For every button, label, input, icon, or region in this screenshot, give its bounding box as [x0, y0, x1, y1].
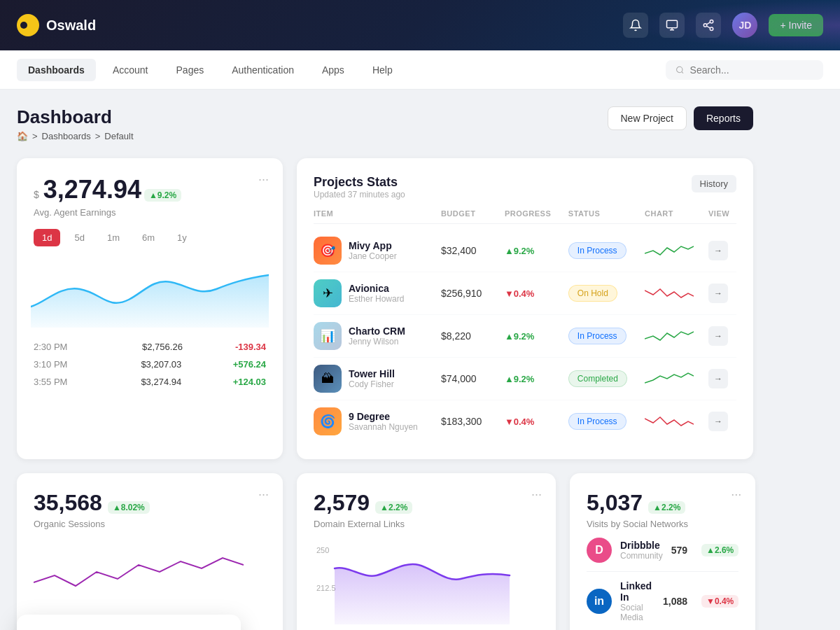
settings-icon-btn[interactable] [659, 13, 685, 38]
notification-icon-btn[interactable] [623, 13, 648, 38]
data-row-2: 3:10 PM $3,207.03 +576.24 [34, 359, 266, 370]
charto-item-cell: 📊 Charto CRM Jenny Wilson [314, 322, 441, 350]
user-avatar[interactable]: JD [732, 13, 757, 38]
domain-change: ▲2.2% [375, 501, 412, 514]
earnings-chart [31, 258, 269, 330]
bootstrap-overlay: B Bootstrap 5 [17, 615, 241, 630]
second-navigation: Dashboards Account Pages Authentication … [0, 50, 840, 90]
mivy-item-cell: 🎯 Mivy App Jane Cooper [314, 237, 441, 265]
earnings-data-rows: 2:30 PM $2,756.26 -139.34 3:10 PM $3,207… [34, 342, 266, 387]
second-row-wrapper: ··· 35,568 ▲8.02% Organic Sessions Canad… [17, 473, 753, 630]
first-row: ··· $ 3,274.94 ▲9.2% Avg. Agent Earnings… [17, 158, 753, 459]
dribbble-icon: D [587, 538, 612, 563]
organic-amount-row: 35,568 ▲8.02% [34, 490, 266, 516]
avionica-status-badge: On Hold [568, 285, 617, 302]
tower-chart [645, 369, 708, 388]
dribbble-count: 579 [671, 545, 687, 556]
charto-view-btn[interactable]: → [708, 326, 728, 346]
filter-1m[interactable]: 1m [99, 229, 128, 246]
project-row-mivy: 🎯 Mivy App Jane Cooper $32,400 ▲9.2% In … [314, 230, 736, 272]
earnings-card: ··· $ 3,274.94 ▲9.2% Avg. Agent Earnings… [17, 158, 283, 459]
header-actions: New Project Reports [608, 106, 754, 130]
9degree-status: In Process [568, 413, 645, 430]
domain-amount-row: 2,579 ▲2.2% [314, 490, 539, 516]
charto-name: Charto CRM [349, 326, 405, 337]
svg-line-6 [707, 26, 710, 28]
avionica-info: Avionica Esther Howard [349, 283, 404, 304]
tower-status: Completed [568, 370, 645, 387]
9degree-status-badge: In Process [568, 413, 626, 430]
domain-more-button[interactable]: ··· [531, 487, 542, 502]
share-icon-btn[interactable] [696, 13, 721, 38]
page-title-area: Dashboard 🏠 > Dashboards > Default [17, 106, 134, 141]
earnings-more-button[interactable]: ··· [258, 172, 269, 187]
history-button[interactable]: History [692, 175, 736, 192]
9degree-info: 9 Degree Savannah Nguyen [349, 411, 418, 432]
th-status: STATUS [568, 209, 645, 218]
linkedin-type: Social Media [620, 603, 654, 622]
social-networks-card: ··· 5,037 ▲2.2% Visits by Social Network… [570, 473, 755, 630]
logo-text: Oswald [46, 18, 96, 34]
mivy-person: Jane Cooper [349, 251, 397, 261]
tower-name: Tower Hill [349, 368, 395, 379]
filter-5d[interactable]: 5d [66, 229, 92, 246]
nav-item-authentication[interactable]: Authentication [220, 59, 305, 81]
nav-item-help[interactable]: Help [361, 59, 404, 81]
domain-value: 2,579 [314, 490, 370, 516]
tower-info: Tower Hill Cody Fisher [349, 368, 395, 389]
charto-avatar: 📊 [314, 322, 342, 350]
tower-view-btn[interactable]: → [708, 369, 728, 388]
nav-item-apps[interactable]: Apps [311, 59, 356, 81]
top-navigation: Oswald JD + Invite [0, 0, 840, 50]
search-input[interactable] [690, 64, 813, 76]
svg-point-8 [677, 66, 682, 72]
tower-status-badge: Completed [568, 370, 627, 387]
nav-item-account[interactable]: Account [102, 59, 160, 81]
nav-item-dashboards[interactable]: Dashboards [17, 59, 96, 81]
logo-icon [17, 14, 39, 36]
dribbble-name: Dribbble [620, 540, 663, 551]
logo-area: Oswald [17, 14, 623, 36]
filter-1d[interactable]: 1d [34, 229, 60, 246]
svg-line-7 [707, 22, 710, 24]
organic-more-button[interactable]: ··· [258, 487, 269, 502]
earnings-label: Avg. Agent Earnings [34, 207, 266, 218]
charto-chart [645, 326, 708, 346]
avionica-name: Avionica [349, 283, 404, 294]
linkedin-name: Linked In [620, 580, 654, 603]
dribbble-type: Community [620, 551, 663, 561]
time-filters: 1d 5d 1m 6m 1y [34, 229, 266, 246]
reports-button[interactable]: Reports [694, 106, 753, 130]
second-row: ··· 35,568 ▲8.02% Organic Sessions Canad… [17, 473, 753, 630]
data-row-3: 3:55 PM $3,274.94 +124.03 [34, 377, 266, 387]
projects-header: Projects Stats Updated 37 minutes ago Hi… [314, 175, 736, 200]
9degree-person: Savannah Nguyen [349, 422, 418, 432]
9degree-view-btn[interactable]: → [708, 412, 728, 431]
9degree-chart [645, 412, 708, 431]
invite-button[interactable]: + Invite [769, 14, 823, 36]
avionica-budget: $256,910 [441, 288, 505, 299]
table-header: ITEM BUDGET PROGRESS STATUS CHART VIEW [314, 204, 736, 224]
change-355: +124.03 [233, 377, 266, 387]
time-230: 2:30 PM [34, 342, 90, 352]
filter-1y[interactable]: 1y [169, 229, 195, 246]
avionica-item-cell: ✈ Avionica Esther Howard [314, 279, 441, 307]
projects-updated: Updated 37 minutes ago [314, 190, 405, 200]
project-row-tower: 🏔 Tower Hill Cody Fisher $74,000 ▲9.2% C… [314, 358, 736, 400]
linkedin-info: Linked In Social Media [620, 580, 654, 622]
organic-sessions-card: ··· 35,568 ▲8.02% Organic Sessions Canad… [17, 473, 283, 630]
charto-progress: ▲9.2% [505, 331, 568, 342]
project-row-charto: 📊 Charto CRM Jenny Wilson $8,220 ▲9.2% I… [314, 315, 736, 358]
new-project-button[interactable]: New Project [608, 106, 687, 130]
avionica-avatar: ✈ [314, 279, 342, 307]
social-more-button[interactable]: ··· [731, 487, 741, 502]
filter-6m[interactable]: 6m [134, 229, 163, 246]
mivy-view-btn[interactable]: → [708, 241, 728, 260]
social-change: ▲2.2% [648, 501, 685, 514]
avionica-person: Esther Howard [349, 294, 404, 304]
nav-item-pages[interactable]: Pages [165, 59, 216, 81]
charto-status: In Process [568, 328, 645, 344]
avionica-view-btn[interactable]: → [708, 284, 728, 303]
th-chart: CHART [645, 209, 708, 218]
time-355: 3:55 PM [34, 377, 90, 387]
